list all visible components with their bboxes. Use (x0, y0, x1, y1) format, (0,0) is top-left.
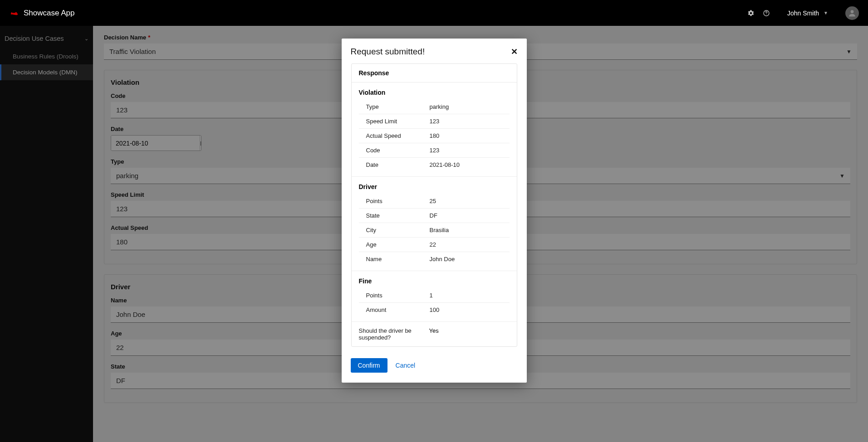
response-value: DF (430, 212, 437, 219)
app-title: Showcase App (24, 9, 74, 18)
close-icon[interactable]: ✕ (511, 47, 518, 57)
response-row: Date2021-08-10 (359, 158, 510, 172)
response-row: Age22 (359, 238, 510, 252)
response-label: Response (352, 64, 517, 83)
response-value: 2021-08-10 (430, 161, 460, 168)
svg-point-3 (851, 10, 854, 13)
response-fine-rows: Points1Amount100 (359, 288, 510, 317)
response-violation-rows: TypeparkingSpeed Limit123Actual Speed180… (359, 100, 510, 172)
avatar[interactable] (845, 6, 859, 20)
response-key: Date (366, 161, 430, 168)
suspend-question: Should the driver be suspended? (359, 327, 429, 341)
response-row: Code123 (359, 143, 510, 158)
response-key: Name (366, 256, 430, 262)
response-key: Amount (366, 306, 430, 313)
response-row: CityBrasilia (359, 223, 510, 238)
modal-header: Request submitted! ✕ (342, 39, 527, 60)
modal-body: Response Violation TypeparkingSpeed Limi… (342, 60, 527, 350)
response-key: Age (366, 241, 430, 248)
modal-overlay[interactable]: Request submitted! ✕ Response Violation … (0, 26, 868, 442)
user-menu[interactable]: John Smith ▼ (778, 10, 828, 17)
response-value: parking (430, 103, 449, 110)
response-key: Actual Speed (366, 132, 430, 139)
response-row: Speed Limit123 (359, 114, 510, 129)
response-violation-title: Violation (359, 89, 510, 96)
response-row: Actual Speed180 (359, 129, 510, 143)
suspend-row: Should the driver be suspended? Yes (352, 321, 517, 346)
response-key: Points (366, 292, 430, 299)
help-icon[interactable] (763, 10, 770, 17)
response-key: Speed Limit (366, 118, 430, 125)
response-value: 123 (430, 147, 440, 154)
response-value: 25 (430, 198, 436, 204)
modal-footer: Confirm Cancel (342, 350, 527, 383)
cancel-button[interactable]: Cancel (396, 362, 416, 369)
response-key: Code (366, 147, 430, 154)
response-driver-title: Driver (359, 183, 510, 190)
response-value: Brasilia (430, 227, 449, 233)
response-row: NameJohn Doe (359, 252, 510, 266)
user-name: John Smith (787, 10, 819, 17)
request-submitted-modal: Request submitted! ✕ Response Violation … (342, 39, 527, 383)
response-value: 22 (430, 241, 436, 248)
svg-point-0 (12, 11, 16, 13)
response-key: City (366, 227, 430, 233)
app-header: Showcase App John Smith ▼ (0, 0, 868, 26)
response-driver-rows: Points25StateDFCityBrasiliaAge22NameJohn… (359, 194, 510, 266)
redhat-icon (9, 10, 19, 17)
response-value: 100 (430, 306, 440, 313)
logo-area: Showcase App (9, 9, 74, 18)
response-key: Points (366, 198, 430, 204)
response-fine-section: Fine Points1Amount100 (352, 271, 517, 321)
svg-point-2 (766, 14, 767, 15)
response-key: Type (366, 103, 430, 110)
response-row: Amount100 (359, 303, 510, 317)
response-violation-section: Violation TypeparkingSpeed Limit123Actua… (352, 83, 517, 177)
chevron-down-icon: ▼ (824, 10, 828, 15)
response-row: StateDF (359, 209, 510, 223)
response-row: Typeparking (359, 100, 510, 114)
modal-title: Request submitted! (351, 47, 425, 57)
response-row: Points1 (359, 288, 510, 303)
response-fine-title: Fine (359, 277, 510, 285)
header-right: John Smith ▼ (747, 6, 859, 20)
response-value: John Doe (430, 256, 455, 262)
response-driver-section: Driver Points25StateDFCityBrasiliaAge22N… (352, 177, 517, 271)
suspend-answer: Yes (429, 327, 439, 341)
response-key: State (366, 212, 430, 219)
response-value: 123 (430, 118, 440, 125)
gear-icon[interactable] (747, 10, 755, 17)
response-value: 1 (430, 292, 433, 299)
response-row: Points25 (359, 194, 510, 209)
confirm-button[interactable]: Confirm (351, 358, 387, 373)
response-box: Response Violation TypeparkingSpeed Limi… (351, 63, 517, 347)
response-value: 180 (430, 132, 440, 139)
